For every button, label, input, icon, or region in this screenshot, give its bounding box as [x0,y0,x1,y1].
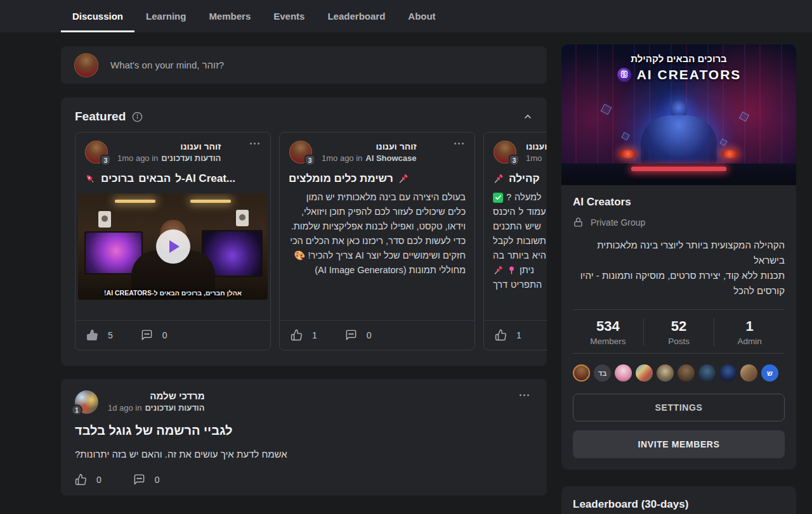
tab-label: About [408,11,435,22]
level-badge: 3 [100,155,111,166]
avatar[interactable] [74,53,98,77]
banner-keyboard [631,167,726,171]
banner-brand-row: AI CREATORS [561,67,796,82]
post-meta: 1mo ago in הודעות ועדכונים [117,152,221,164]
member-avatar[interactable] [698,364,716,382]
play-icon[interactable] [156,229,190,264]
card-footer: 1 [484,320,547,350]
featured-card[interactable]: 3 זוהר וענונו 1mo ago in הודעות ועדכונים… [75,132,271,350]
banner-brand-text: AI CREATORS [637,67,742,82]
group-info: AI Creators Private Group הקהילה המקצועי… [561,185,796,470]
stat-members[interactable]: 534 Members [573,318,643,346]
post-body: אשמח לדעת איך עושים את זה. והאם יש בזה י… [75,449,533,459]
stat-admins[interactable]: 1 Admin [714,318,785,346]
group-banner[interactable]: ברוכים הבאים לקהילת AI CREATORS [561,44,796,185]
banner-figure [620,150,636,158]
card-menu-icon[interactable] [452,140,466,147]
stat-posts[interactable]: 52 Posts [643,318,714,346]
tab-label: Learning [146,11,186,22]
like-button[interactable]: 1 [291,329,317,341]
author-block: זוהר וענונו 1mo ago in הודעות ועדכונים [117,141,221,164]
card-body: בעולם היצירה עם בינה מלאכותית יש המון כל… [280,186,475,284]
author-name[interactable]: מרדכי שלמה [108,390,205,402]
card-body: ?למעלה היכנסלעמוד התכניםשיש לקבלתשובות ב… [484,186,547,299]
studio-light [115,200,155,203]
info-icon[interactable] [132,112,143,122]
comment-button[interactable]: 0 [141,329,167,341]
settings-button[interactable]: SETTINGS [573,394,785,421]
member-avatar[interactable] [657,364,674,382]
featured-card[interactable]: 3 זוהר וענונו 1mo קהילה ?למעלה היכנסלע [483,132,547,350]
level-badge: 3 [509,155,520,166]
stat-value: 52 [644,318,714,335]
like-button[interactable]: 0 [75,473,102,485]
lock-icon [573,217,584,228]
feed-post[interactable]: 1 מרדכי שלמה 1d ago in הודעות ועדכונים ל… [61,379,547,496]
post-channel[interactable]: הודעות ועדכונים [145,402,205,414]
banner-figure [641,115,717,165]
group-privacy: Private Group [573,217,785,228]
author-name[interactable]: זוהר וענונו [117,141,221,152]
brain-logo-icon [617,67,632,82]
member-avatar[interactable]: בד [594,364,611,382]
stat-label: Posts [644,337,714,346]
tab-learning[interactable]: Learning [134,0,197,32]
post-title: לגביי הרשמה של גוגל בלבד [75,423,533,438]
round-pin-icon [507,266,516,275]
comment-button[interactable]: 0 [133,473,160,485]
composer-placeholder: What's on your mind, זוהר? [110,60,224,70]
post-channel[interactable]: AI Showcase [365,152,416,164]
comment-button[interactable]: 0 [345,329,372,341]
tab-about[interactable]: About [396,0,447,32]
post-composer[interactable]: What's on your mind, זוהר? [61,46,547,84]
post-header: 1 מרדכי שלמה 1d ago in הודעות ועדכונים [75,390,533,414]
tab-leaderboard[interactable]: Leaderboard [316,0,396,32]
featured-section: Featured 3 זוהר וענונו [61,98,547,366]
featured-title: Featured [75,110,126,124]
author-block: זוהר וענונו 1mo ago in AI Showcase [322,141,417,164]
like-button[interactable]: 5 [86,329,113,341]
members-preview: בד ש [573,354,785,383]
like-count: 1 [516,330,521,340]
video-caption: אהלן חברים, ברוכים הבאים ל-AI CREATORS! [78,289,268,297]
thumbs-up-icon [86,329,98,341]
member-avatar[interactable] [615,364,632,382]
chevron-up-icon[interactable] [523,112,533,122]
like-count: 0 [96,475,102,485]
speaker [98,211,111,228]
comment-count: 0 [162,330,167,340]
member-avatar[interactable] [678,364,695,382]
description-line: תכנות ללא קוד, יצירת סרטים, מוסיקה ותמונ… [573,268,785,299]
comment-icon [133,473,145,485]
video-thumbnail[interactable]: אהלן חברים, ברוכים הבאים ל-AI CREATORS! [78,193,268,300]
post-time: 1mo [526,152,542,164]
pushpin-icon [493,265,504,276]
member-avatar[interactable] [719,364,737,382]
title-token: רשימת כלים מומלצים [289,172,393,185]
group-description: הקהילה המקצועית ביותר ליוצרי בינה מלאכות… [573,238,785,299]
tab-members[interactable]: Members [197,0,262,32]
leaderboard-card: Leaderboard (30-days) [561,486,796,514]
member-avatar[interactable] [573,364,590,382]
studio-light [190,200,231,203]
thumbs-up-icon [495,329,507,341]
member-avatar[interactable] [740,364,757,382]
author-name[interactable]: זוהר וענונו [322,141,417,152]
tab-discussion[interactable]: Discussion [61,0,134,32]
description-line: הקהילה המקצועית ביותר ליוצרי בינה מלאכות… [573,238,785,268]
like-button[interactable]: 1 [495,329,521,341]
member-avatar[interactable] [636,364,653,382]
author-name[interactable]: זוהר וענונו [526,141,547,152]
post-channel[interactable]: הודעות ועדכונים [161,152,221,164]
top-nav: Discussion Learning Members Events Leade… [0,0,812,32]
featured-card[interactable]: 3 זוהר וענונו 1mo ago in AI Showcase רשי… [279,132,475,350]
member-avatar[interactable]: ש [761,364,778,382]
avatar-wrap: 3 [85,141,108,164]
invite-members-button[interactable]: INVITE MEMBERS [573,430,785,458]
tab-events[interactable]: Events [262,0,316,32]
post-footer: 0 0 [75,473,533,485]
post-menu-icon[interactable] [517,392,532,399]
card-menu-icon[interactable] [247,140,262,147]
thumbs-up-icon [75,473,87,485]
level-badge: 3 [304,155,315,166]
